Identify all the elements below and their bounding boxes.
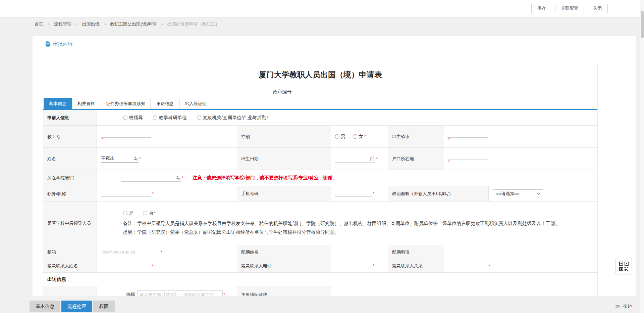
visit-section-title: 出访信息 (43, 273, 597, 286)
mobile-label: 手机号码 (237, 186, 331, 201)
visit-route-label: 主要访问路线 (237, 286, 331, 296)
required-mark: * (373, 263, 374, 268)
required-mark: * (223, 292, 225, 296)
position-cell: * (97, 186, 237, 201)
radio-label: 党政机关/直属单位/产业与后勤 (203, 115, 266, 121)
name-input[interactable] (101, 156, 124, 161)
political-status-select[interactable]: ==请选择== (493, 189, 543, 198)
bottom-tab-basic-info[interactable]: 基本信息 (30, 301, 60, 312)
applicant-type-options: 校领导 教学科研单位 党政机关/直属单位/产业与后勤 * (97, 110, 597, 125)
radio-circle-icon[interactable] (123, 116, 127, 120)
scrollbar-thumb[interactable] (641, 11, 644, 38)
panel-header: 审批内容 (33, 36, 636, 52)
radio-circle-icon[interactable] (335, 134, 339, 139)
name-label: 姓名 (43, 148, 97, 170)
middle-leader-cell: 是 否 * 备注：学校中层领导人员是指人事关系在学校且由学校发文任命、聘任的机关… (97, 202, 597, 245)
qr-scan-button[interactable] (615, 258, 632, 274)
radio-yes[interactable]: 是 (123, 210, 133, 216)
breadcrumb-staff-apply[interactable]: 教职工因公出国(境)申请 (110, 21, 157, 27)
radio-circle-icon[interactable] (123, 211, 127, 215)
application-form: 厦门大学教职人员出国（境）申请表 政审编号 基本信息 相关资料 证件办理等事项须… (43, 64, 598, 296)
radio-label: 校领导 (129, 115, 143, 121)
radio-male[interactable]: 男 (335, 134, 345, 140)
link-config-button[interactable]: 关联配置 (555, 4, 584, 13)
mobile-input[interactable] (335, 191, 372, 197)
select-value: ==请选择== (496, 191, 519, 197)
breadcrumb-process-mgmt[interactable]: 流程管理 (54, 21, 71, 27)
staff-id-label: 教工号 (43, 126, 97, 147)
radio-no[interactable]: 否 * (143, 210, 156, 216)
qr-code-icon (619, 262, 629, 271)
residence-cell: * (443, 148, 597, 170)
required-mark: * (161, 250, 162, 255)
tab-basic-info[interactable]: 基本信息 (44, 98, 72, 109)
visit-destination-input[interactable] (137, 290, 223, 296)
department-input[interactable] (121, 175, 171, 180)
required-mark: * (373, 191, 374, 196)
row-visit-section: 出访信息 (43, 272, 597, 286)
radio-party-gov-org[interactable]: 党政机关/直属单位/产业与后勤 * (197, 115, 269, 121)
email-input[interactable] (101, 249, 158, 255)
radio-label: 女 (359, 134, 363, 140)
emergency-relation-input[interactable] (447, 263, 488, 269)
radio-circle-icon[interactable] (143, 211, 147, 215)
radio-school-leader[interactable]: 校领导 (123, 115, 143, 121)
close-button[interactable]: 关闭 (587, 4, 608, 13)
radio-circle-icon[interactable] (197, 116, 201, 120)
staff-id-input[interactable] (101, 132, 151, 138)
tab-certificate-notes[interactable]: 证件办理等事项须知 (101, 98, 151, 109)
tab-related-materials[interactable]: 相关资料 (72, 98, 100, 109)
breadcrumb-separator: > (48, 22, 50, 26)
review-number-label: 政审编号 (273, 89, 292, 95)
tab-commitment-info[interactable]: 承诺信息 (151, 98, 179, 109)
tab-exit-entry-proof[interactable]: 出入境证明 (179, 98, 212, 109)
breadcrumb-current-page: 出国赴港澳申请（教职工） (167, 21, 219, 27)
calendar-icon[interactable] (370, 156, 375, 161)
review-number-input[interactable] (296, 89, 368, 95)
position-input[interactable] (101, 191, 151, 197)
political-status-label: 政治面貌（外籍人员不用填写） (388, 186, 489, 201)
radio-circle-icon[interactable] (353, 134, 357, 139)
radio-teaching-research-unit[interactable]: 教学科研单位 (153, 115, 187, 121)
breadcrumb-abroad[interactable]: 出国出境 (82, 21, 99, 27)
middle-leader-label: 是否学校中层领导人员 (43, 202, 97, 245)
form-title: 厦门大学教职人员出国（境）申请表 (43, 64, 597, 80)
radio-female[interactable]: 女 * (353, 134, 366, 140)
emergency-name-cell: * (97, 259, 237, 272)
double-chevron-right-icon: ≫ (615, 303, 621, 309)
department-cell: * 注意：请您选择填写学院/部门，请不要选择填写系/专业/科室，谢谢。 (97, 170, 597, 186)
staff-id-cell: * (97, 126, 237, 147)
birth-province-input[interactable] (447, 132, 488, 138)
emergency-phone-input[interactable] (335, 263, 372, 269)
document-icon (45, 41, 50, 47)
required-mark: * (448, 160, 487, 164)
residence-input[interactable] (447, 154, 488, 160)
spouse-phone-input[interactable] (447, 249, 488, 255)
save-button[interactable]: 保存 (531, 4, 552, 13)
applicant-type-label: 申请人信息 (43, 110, 97, 125)
emergency-name-label: 紧急联系人姓名 (43, 259, 97, 272)
row-position: 职务/职称 * 手机号码 * 政治面貌（外籍人员不用填写） ==请选择== (43, 186, 597, 201)
emergency-phone-label: 紧急联系人电话 (237, 259, 331, 272)
middle-leader-remark: 备注：学校中层领导人员是指人事关系在学校且由学校发文任命、聘任的机关职能部门、学… (123, 219, 560, 228)
collapse-button[interactable]: ≫ 收起 (615, 303, 632, 309)
required-mark: * (267, 115, 269, 120)
required-mark: * (364, 134, 366, 139)
birth-date-input[interactable] (335, 156, 367, 161)
spouse-name-input[interactable] (335, 249, 372, 255)
row-emergency-contact: 紧急联系人姓名 * 紧急联系人电话 * 紧急联系人关系 * (43, 259, 597, 272)
breadcrumb-separator: > (161, 22, 163, 26)
required-mark: * (376, 156, 378, 161)
person-picker-icon[interactable] (176, 175, 181, 180)
breadcrumb-home[interactable]: 首页 (35, 21, 43, 27)
review-number-row: 政审编号 (43, 83, 597, 95)
bottom-tab-permissions[interactable]: 权限 (93, 301, 115, 312)
emergency-name-input[interactable] (101, 263, 151, 269)
name-cell: * (97, 148, 237, 170)
form-tabs: 基本信息 相关资料 证件办理等事项须知 承诺信息 出入境证明 (43, 98, 597, 110)
required-mark: * (152, 263, 154, 268)
bottom-tab-process-handling[interactable]: 流程处理 (61, 301, 92, 312)
required-mark: * (488, 263, 490, 268)
radio-circle-icon[interactable] (153, 116, 157, 120)
person-picker-icon[interactable] (133, 156, 139, 161)
